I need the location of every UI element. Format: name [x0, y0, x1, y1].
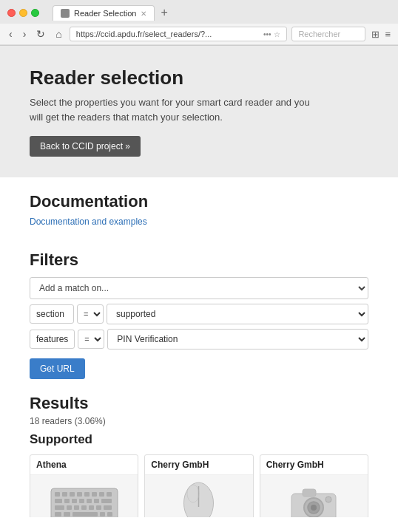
maximize-button[interactable] — [31, 9, 39, 17]
add-match-select[interactable]: Add a match on... — [30, 277, 368, 299]
svg-rect-3 — [70, 492, 75, 497]
extensions-icon[interactable]: ⊞ — [370, 28, 381, 41]
card-brand-cherry-1: Cherry GmbH — [145, 455, 252, 475]
nav-icons: ⊞ ≡ — [370, 28, 392, 41]
camera-icon — [288, 485, 340, 518]
svg-rect-6 — [92, 492, 97, 497]
features-operator-select[interactable]: = ▾ — [78, 330, 104, 349]
add-match-row: Add a match on... — [30, 277, 368, 299]
svg-rect-24 — [64, 512, 70, 516]
home-button[interactable]: ⌂ — [53, 27, 64, 41]
forward-button[interactable]: › — [20, 27, 30, 41]
svg-rect-27 — [107, 512, 112, 516]
bookmark-icon[interactable]: ☆ — [274, 30, 280, 38]
svg-rect-26 — [100, 512, 105, 516]
documentation-section: Documentation Documentation and examples — [30, 192, 368, 239]
card-image-cherry-1 — [145, 475, 252, 517]
svg-rect-12 — [79, 499, 84, 503]
page-title: Reader selection — [30, 66, 368, 89]
tab-close-icon[interactable]: ✕ — [141, 10, 146, 18]
svg-rect-16 — [55, 505, 64, 510]
section-filter-row: section = ▾ supported — [30, 304, 368, 324]
back-to-ccid-button[interactable]: Back to CCID project » — [30, 136, 141, 157]
card-image-athena — [30, 475, 138, 517]
svg-rect-4 — [77, 492, 82, 497]
card-brand-athena: Athena — [30, 455, 138, 475]
results-count: 18 readers (3.06%) — [30, 416, 368, 426]
documentation-title: Documentation — [30, 192, 368, 211]
more-icon[interactable]: ≡ — [383, 28, 392, 41]
svg-rect-22 — [104, 505, 112, 510]
svg-rect-32 — [303, 489, 316, 497]
filters-title: Filters — [30, 250, 368, 270]
svg-rect-23 — [55, 512, 61, 516]
features-filter-label: features — [30, 330, 75, 349]
svg-rect-21 — [96, 505, 101, 510]
svg-rect-2 — [62, 492, 67, 497]
svg-rect-8 — [107, 492, 112, 497]
svg-rect-10 — [64, 499, 70, 503]
svg-rect-18 — [74, 505, 79, 510]
main-content: Documentation Documentation and examples… — [0, 177, 398, 517]
active-tab[interactable]: Reader Selection ✕ — [53, 5, 155, 21]
svg-rect-20 — [89, 505, 94, 510]
card-brand-cherry-2: Cherry GmbH — [260, 455, 368, 475]
svg-rect-5 — [84, 492, 90, 497]
tab-favicon — [61, 9, 70, 18]
mouse-icon — [178, 477, 219, 518]
card-cherry-1[interactable]: Cherry GmbH — [144, 454, 253, 517]
results-section: Results 18 readers (3.06%) Supported Ath… — [30, 394, 368, 517]
hero-section: Reader selection Select the properties y… — [0, 46, 398, 177]
browser-chrome: Reader Selection ✕ + ‹ › ↻ ⌂ https://cci… — [0, 0, 398, 46]
svg-rect-14 — [94, 499, 99, 503]
filters-section: Filters Add a match on... section = ▾ su… — [30, 250, 368, 379]
cards-grid: Athena — [30, 454, 368, 517]
svg-point-36 — [326, 497, 331, 502]
features-value-select[interactable]: PIN Verification — [107, 329, 368, 349]
card-cherry-2[interactable]: Cherry GmbH — [260, 454, 368, 517]
svg-rect-9 — [55, 499, 62, 503]
features-filter-row: features = ▾ PIN Verification — [30, 329, 368, 349]
tab-label: Reader Selection — [74, 9, 136, 18]
svg-rect-7 — [99, 492, 104, 497]
search-placeholder: Rechercher — [298, 30, 340, 38]
page-content: Reader selection Select the properties y… — [0, 46, 398, 517]
tab-bar: Reader Selection ✕ + — [45, 4, 180, 21]
section-value-select[interactable]: supported — [107, 304, 368, 324]
svg-rect-15 — [101, 499, 112, 503]
supported-title: Supported — [30, 432, 368, 447]
minimize-button[interactable] — [19, 9, 27, 17]
card-athena[interactable]: Athena — [30, 454, 138, 517]
back-button[interactable]: ‹ — [6, 27, 16, 41]
search-bar[interactable]: Rechercher — [291, 27, 365, 41]
svg-rect-1 — [55, 492, 60, 497]
section-operator-select[interactable]: = ▾ — [77, 304, 104, 324]
svg-rect-13 — [87, 499, 92, 503]
title-bar: Reader Selection ✕ + — [0, 0, 398, 24]
nav-bar: ‹ › ↻ ⌂ https://ccid.apdu.fr/select_read… — [0, 24, 398, 45]
traffic-lights — [7, 9, 39, 17]
card-image-cherry-2 — [260, 475, 368, 517]
get-url-button[interactable]: Get URL — [30, 358, 85, 379]
address-icons: ••• ☆ — [263, 30, 281, 38]
svg-rect-25 — [72, 512, 98, 516]
documentation-link[interactable]: Documentation and examples — [30, 216, 147, 227]
dots-icon: ••• — [263, 30, 271, 38]
new-tab-button[interactable]: + — [156, 4, 172, 21]
results-title: Results — [30, 394, 368, 413]
section-filter-label: section — [30, 304, 74, 324]
close-button[interactable] — [7, 9, 16, 17]
address-text: https://ccid.apdu.fr/select_readers/?... — [76, 30, 260, 38]
svg-rect-11 — [72, 499, 77, 503]
svg-rect-19 — [81, 505, 87, 510]
keyboard-icon — [47, 482, 121, 517]
address-bar[interactable]: https://ccid.apdu.fr/select_readers/?...… — [70, 27, 288, 41]
svg-rect-17 — [67, 505, 72, 510]
svg-point-35 — [311, 505, 317, 511]
hero-description: Select the properties you want for your … — [30, 95, 326, 124]
reload-button[interactable]: ↻ — [33, 27, 48, 41]
